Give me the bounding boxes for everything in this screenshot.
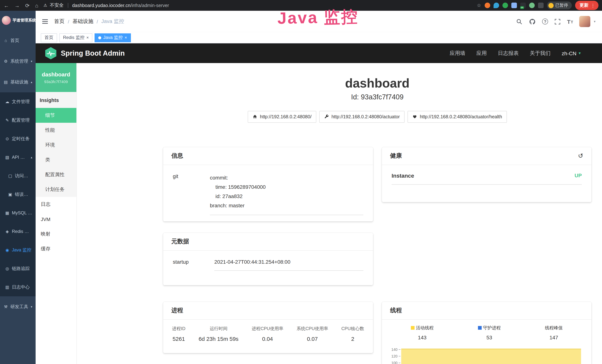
url-path: /infra/admin-server [130,3,169,8]
close-icon[interactable]: × [125,36,127,40]
sidebar-item-api-logs[interactable]: ▧API 日志▴ [0,148,36,167]
app-title: 芋道管理系统 [13,18,36,23]
sidebar-item-java-monitor[interactable]: ◉Java 监控 [0,241,36,259]
infrastructure-icon: ▤ [3,80,8,84]
sba-item-metrics[interactable]: 性能 [36,123,76,138]
breadcrumb-infrastructure[interactable]: 基础设施 [73,18,93,25]
metadata-card-title: 元数据 [171,238,189,246]
bookmark-star-icon[interactable]: ☆ [477,3,481,8]
info-git-value: commit: time: 1596289704000 id: 27aa832 … [210,173,363,215]
extension-icon-2[interactable] [493,3,499,8]
extension-icon-4[interactable] [511,3,517,8]
service-url-link[interactable]: http://192.168.0.2:48080/ [248,111,316,123]
github-icon[interactable] [529,18,536,25]
url-text: dashboard.yudao.iocoder.cn/infra/admin-s… [72,3,169,8]
sidebar-menu: ⌂首页 ⚙系统管理▾ ▤基础设施▴ ☁文件管理 ✎配置管理 ⊙定时任务 ▧API… [0,30,36,317]
sba-nav-about[interactable]: 关于我们 [530,50,551,57]
health-url-link[interactable]: http://192.168.0.2:48080/actuator/health [408,111,507,123]
update-label: 更新 [580,2,589,9]
extension-icon-1[interactable] [484,3,490,8]
sba-item-classes[interactable]: 类 [36,152,76,167]
forward-icon[interactable]: → [14,3,20,8]
user-avatar[interactable] [579,16,591,27]
back-icon[interactable]: ← [4,3,9,8]
sidebar-item-access-logs[interactable]: ▢访问日志 [0,167,36,185]
sba-item-caches[interactable]: 缓存 [36,241,76,256]
gear-icon: ⚙ [3,59,8,64]
address-bar[interactable]: ⚠ 不安全 dashboard.yudao.iocoder.cn/infra/a… [43,2,169,9]
search-icon[interactable] [516,18,522,25]
sba-nav-wallboard[interactable]: 应用墙 [450,50,465,57]
sba-instance-header[interactable]: dashboard 93a3fc7f7409 [36,63,76,92]
sba-nav-journal[interactable]: 日志报表 [498,50,519,57]
process-stat-system-cpu: 系统CPU使用率 0.07 [296,326,328,342]
sba-item-config-props[interactable]: 配置属性 [36,167,76,182]
security-warning-icon[interactable]: ⚠ [43,3,47,8]
smiley-icon [548,3,553,8]
sidebar-item-tracing[interactable]: ◎链路追踪 [0,259,36,278]
sidebar-item-file-mgmt[interactable]: ☁文件管理 [0,92,36,111]
instance-id: 93a3fc7f7409 [44,79,68,84]
sidebar-item-home[interactable]: ⌂首页 [0,30,36,51]
metadata-key-startup: startup [173,259,214,271]
help-icon[interactable]: ? [542,19,548,24]
sba-nav-applications[interactable]: 应用 [476,50,487,57]
sidebar-item-system-mgmt[interactable]: ⚙系统管理▾ [0,51,36,72]
browser-menu-icon[interactable]: ⋮ [591,3,595,8]
instance-links: http://192.168.0.2:48080/ http://192.168… [163,111,591,123]
sba-locale-select[interactable]: zh-CN▾ [562,50,581,56]
app-logo: 芋道管理系统 [0,11,36,30]
threads-chart-area [401,349,581,364]
sba-item-logs[interactable]: 日志 [36,197,76,212]
font-size-icon[interactable]: TT [567,19,573,24]
sidebar-item-config-mgmt[interactable]: ✎配置管理 [0,111,36,129]
tab-java-monitor[interactable]: Java 监控× [95,33,131,42]
extension-icon-3[interactable] [502,3,508,8]
sidebar-item-redis-monitor[interactable]: ◈Redis 监控 [0,222,36,241]
tab-home[interactable]: 首页 [41,33,57,42]
home-icon: ⌂ [3,38,8,43]
reload-icon[interactable]: ⟳ [25,3,30,8]
page-title: dashboard [163,76,591,91]
instance-name: dashboard [42,71,70,77]
sidebar-item-error-logs[interactable]: ▣错误日志 [0,185,36,203]
extension-icon-5[interactable]: on [520,3,526,8]
sba-item-details[interactable]: 细节 [36,108,76,123]
metadata-card: 元数据 startup 2021-04-27T00:44:31.254+08:0… [163,233,373,285]
instance-id-subtitle: Id: 93a3fc7f7409 [163,93,591,101]
legend-swatch-blue [478,326,482,330]
sba-item-environment[interactable]: 环境 [36,138,76,152]
breadcrumb-home[interactable]: 首页 [54,18,64,25]
sidebar-item-scheduled-tasks[interactable]: ⊙定时任务 [0,129,36,148]
sidebar-item-infrastructure[interactable]: ▤基础设施▴ [0,72,36,92]
close-icon[interactable]: × [86,36,89,40]
home-icon[interactable]: ⌂ [35,3,38,8]
wrench-icon [324,114,329,119]
browser-toolbar-right: ☆ on 已暂停 更新⋮ [477,1,599,10]
threads-chart: 140 120 100 [389,346,585,364]
sba-item-scheduled-tasks[interactable]: 计划任务 [36,182,76,197]
health-instance-row: Instance UP [392,172,582,185]
update-button[interactable]: 更新⋮ [575,1,599,10]
extension-icon-6[interactable] [529,3,535,8]
chevron-down-icon[interactable]: ▾ [594,20,595,23]
tab-redis-monitor[interactable]: Redis 监控× [59,33,93,42]
heartbeat-icon [412,114,417,119]
process-stat-uptime: 运行时间 6d 23h 15m 59s [199,326,238,342]
info-card-title: 信息 [171,152,183,160]
actuator-url-link[interactable]: http://192.168.0.2:48080/actuator [319,111,405,123]
redis-icon: ◈ [5,229,10,234]
extension-icon-7[interactable] [538,3,543,8]
sidebar-item-mysql-monitor[interactable]: ▦MySQL 监控 [0,203,36,222]
sidebar-item-dev-tools[interactable]: ⚒研发工具▾ [0,296,36,317]
home-icon [253,114,257,119]
history-icon[interactable]: ↺ [578,153,583,159]
breadcrumb-separator: / [97,19,98,24]
sidebar-item-log-center[interactable]: ▥日志中心 [0,278,36,296]
fullscreen-icon[interactable] [554,18,561,25]
sba-item-jvm[interactable]: JVM [36,212,76,227]
process-stat-process-cpu: 进程CPU使用率 0.04 [252,326,283,342]
collapse-sidebar-icon[interactable] [42,19,48,24]
paused-badge[interactable]: 已暂停 [547,1,572,9]
sba-item-mappings[interactable]: 映射 [36,227,76,241]
